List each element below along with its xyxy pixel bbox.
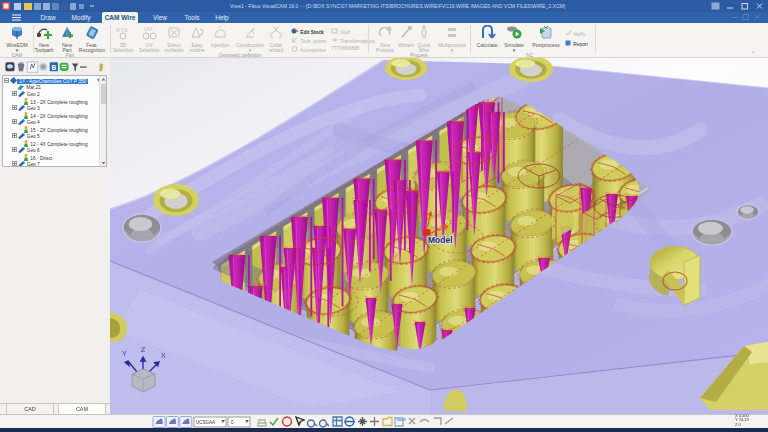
svg-text:View1 - Fikus VisualCAM 19.0 -: View1 - Fikus VisualCAM 19.0 - - [D:\BOX…: [230, 3, 566, 9]
svg-text:UV: UV: [144, 26, 152, 32]
svg-text:UCSGAA: UCSGAA: [196, 420, 215, 425]
svg-text:Model: Model: [428, 235, 453, 245]
svg-text:Z: Z: [141, 346, 146, 353]
svg-text:B: B: [51, 64, 56, 71]
svg-text:Y: Y: [122, 350, 127, 357]
svg-text:X: X: [161, 352, 166, 359]
svg-text:XY0: XY0: [116, 27, 128, 33]
